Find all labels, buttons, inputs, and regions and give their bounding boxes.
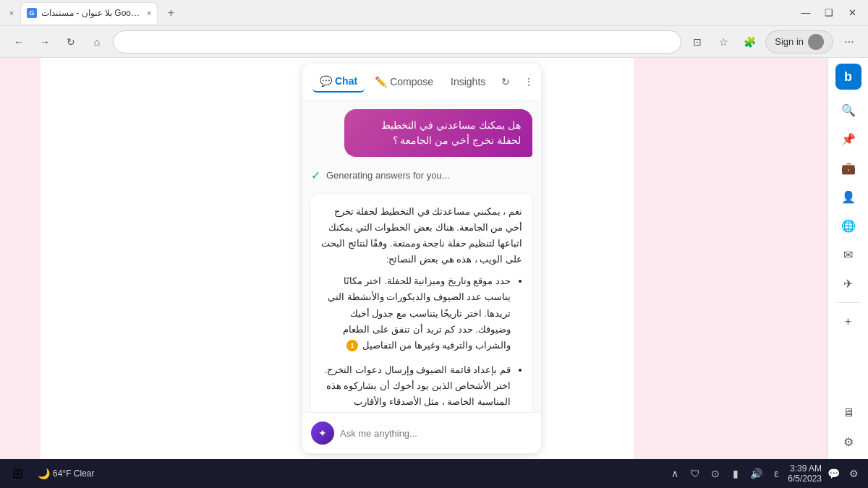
ai-bullet-1: حدد موقع وتاريخ وميزانية للحفلة. اختر مك… <box>321 273 511 353</box>
chat-messages[interactable]: هل يمكنك مساعدتي في التخطيط لحفلة تخرج أ… <box>302 100 541 412</box>
generating-status: ✓ Generating answers for you... <box>311 166 532 185</box>
window-controls: — ❑ ✕ <box>796 3 862 23</box>
taskbar-weather[interactable]: 🌙 64°F Clear <box>32 462 101 485</box>
tray-language-icon[interactable]: ε <box>767 465 785 482</box>
tab-compose[interactable]: ✏️ Compose <box>367 72 441 92</box>
sidebar-monitor-icon[interactable]: 🖥 <box>837 401 860 424</box>
sidebar-person-icon[interactable]: 👤 <box>837 185 860 208</box>
title-bar: × G بلا عنوان - مستندات Google × + — ❑ ✕ <box>0 0 868 26</box>
tab-insights[interactable]: Insights <box>443 72 493 92</box>
insights-tab-label: Insights <box>451 76 485 87</box>
time-display: 3:39 AM <box>788 463 822 474</box>
chat-tab-icon: 💬 <box>320 75 332 87</box>
tray-speaker-icon[interactable]: 🔊 <box>747 465 765 482</box>
content-area: Activate Windows Go to Settings to activ… <box>0 58 868 459</box>
refresh-button[interactable]: ↻ <box>61 32 81 52</box>
sidebar-globe-icon[interactable]: 🌐 <box>837 214 860 237</box>
tray-battery-icon[interactable]: ▮ <box>727 465 744 482</box>
reading-view-button[interactable]: 🧩 <box>739 32 760 52</box>
chat-input-field[interactable] <box>340 420 532 446</box>
compose-tab-label: Compose <box>390 76 433 87</box>
tray-shield-icon[interactable]: 🛡 <box>686 465 704 482</box>
sidebar-divider <box>837 302 860 303</box>
sidebar-search-icon[interactable]: 🔍 <box>837 98 860 121</box>
close-button[interactable]: ✕ <box>842 3 862 23</box>
tray-up-arrow[interactable]: ∧ <box>666 465 684 482</box>
sidebar-pin-icon[interactable]: 📌 <box>837 127 860 150</box>
browser-window: × G بلا عنوان - مستندات Google × + — ❑ ✕… <box>0 0 868 459</box>
ai-response: نعم ، يمكنني مساعدتك في التخطيط لحفلة تخ… <box>311 194 532 412</box>
new-tab-button[interactable]: + <box>161 3 181 23</box>
minimize-button[interactable]: — <box>796 3 816 23</box>
date-display: 6/5/2023 <box>788 474 822 484</box>
tab-close-x[interactable]: × <box>147 9 151 17</box>
chat-panel-header: 💬 Chat ✏️ Compose Insights ↻ ⋮ ✕ <box>302 64 541 100</box>
more-chat-button[interactable]: ⋮ <box>519 72 539 92</box>
desktop: × G بلا عنوان - مستندات Google × + — ❑ ✕… <box>0 0 868 488</box>
bing-logo[interactable]: b <box>835 64 861 90</box>
home-button[interactable]: ⌂ <box>87 32 107 52</box>
generating-text: Generating answers for you... <box>326 170 450 181</box>
chat-input-area: ✦ <box>302 412 541 453</box>
tray-chat-icon[interactable]: 💬 <box>825 465 842 482</box>
citation-1: 1 <box>346 340 358 351</box>
sidebar-settings-icon[interactable]: ⚙ <box>837 430 860 453</box>
sidebar-mail-icon[interactable]: ✉ <box>837 243 860 266</box>
sidebar-send-icon[interactable]: ✈ <box>837 272 860 295</box>
google-tab-icon: G <box>27 8 37 18</box>
back-button[interactable]: ← <box>9 32 29 52</box>
browser-tab[interactable]: G بلا عنوان - مستندات Google × <box>20 2 158 24</box>
extensions-button[interactable]: ⊡ <box>687 32 707 52</box>
bing-sidebar: b 🔍 📌 💼 👤 🌐 ✉ ✈ + 🖥 ⚙ <box>827 58 868 459</box>
favorites-button[interactable]: ☆ <box>713 32 733 52</box>
sign-in-button[interactable]: Sign in <box>765 30 833 53</box>
ai-bullet-2: قم بإعداد قائمة الضيوف وإرسال دعوات التخ… <box>321 362 511 412</box>
bullet2-text: قم بإعداد قائمة الضيوف وإرسال دعوات التخ… <box>325 364 511 412</box>
forward-button[interactable]: → <box>35 32 55 52</box>
chat-input-icon: ✦ <box>311 421 334 445</box>
tab-bar: × G بلا عنوان - مستندات Google × + <box>6 0 796 25</box>
tab-close-button[interactable]: × <box>6 7 17 19</box>
start-button[interactable]: ⊞ <box>6 462 29 485</box>
sign-in-label: Sign in <box>775 36 804 47</box>
maximize-button[interactable]: ❑ <box>819 3 839 23</box>
tab-chat[interactable]: 💬 Chat <box>312 71 365 93</box>
check-icon: ✓ <box>311 168 320 182</box>
sidebar-add-icon[interactable]: + <box>837 310 860 333</box>
ai-intro: نعم ، يمكنني مساعدتك في التخطيط لحفلة تخ… <box>321 204 522 267</box>
moon-icon: 🌙 <box>38 468 50 479</box>
system-tray: ∧ 🛡 ⊙ ▮ 🔊 ε 3:39 AM 6/5/2023 💬 ⚙ <box>666 463 862 484</box>
refresh-chat-button[interactable]: ↻ <box>495 72 516 92</box>
user-avatar <box>808 34 824 50</box>
tray-network-icon[interactable]: ⊙ <box>707 465 724 482</box>
chat-panel: 💬 Chat ✏️ Compose Insights ↻ ⋮ ✕ <box>302 64 541 453</box>
header-actions: ↻ ⋮ ✕ <box>495 72 541 92</box>
address-bar: ← → ↻ ⌂ ⊡ ☆ 🧩 Sign in ··· <box>0 26 868 58</box>
bullet1-text: حدد موقع وتاريخ وميزانية للحفلة. اختر مك… <box>328 275 511 350</box>
user-message-bubble: هل يمكنك مساعدتي في التخطيط لحفلة تخرج أ… <box>344 109 532 157</box>
ai-bullets: حدد موقع وتاريخ وميزانية للحفلة. اختر مك… <box>321 273 522 412</box>
tray-settings-icon[interactable]: ⚙ <box>845 465 862 482</box>
system-time: 3:39 AM 6/5/2023 <box>788 463 822 484</box>
url-input[interactable] <box>113 30 681 53</box>
chat-tab-label: Chat <box>335 75 357 87</box>
taskbar: ⊞ 🌙 64°F Clear ∧ 🛡 ⊙ ▮ 🔊 ε 3:39 AM 6/5/2… <box>0 459 868 488</box>
more-options-button[interactable]: ··· <box>839 32 859 52</box>
sidebar-briefcase-icon[interactable]: 💼 <box>837 156 860 179</box>
weather-text: 64°F Clear <box>53 468 95 479</box>
compose-tab-icon: ✏️ <box>375 76 387 87</box>
tab-title: بلا عنوان - مستندات Google <box>41 8 142 18</box>
